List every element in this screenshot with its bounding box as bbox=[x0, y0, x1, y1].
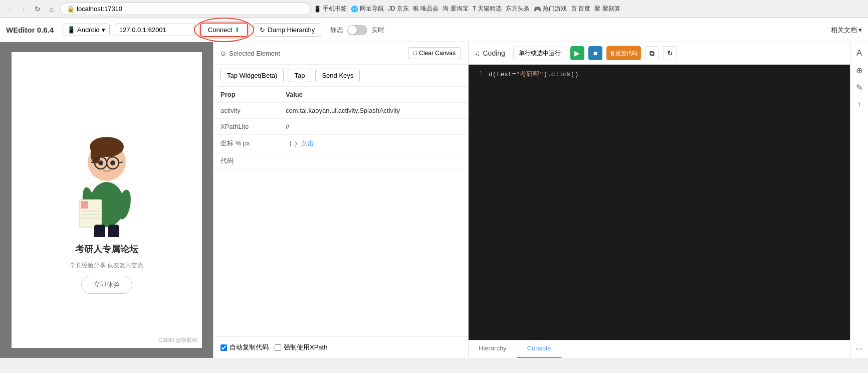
auto-copy-checkbox-item[interactable]: 自动复制代码 bbox=[221, 343, 269, 352]
connect-label: Connect bbox=[208, 26, 232, 34]
device-selector[interactable]: 📱 Android ▾ bbox=[63, 24, 110, 36]
back-button[interactable]: ‹ bbox=[4, 4, 15, 15]
selected-element-text: Selected Element bbox=[229, 50, 280, 57]
clear-icon: □ bbox=[413, 50, 417, 57]
table-row: 代码 bbox=[213, 152, 468, 170]
browser-nav-bar: ‹ › ↻ ⌂ 🔒 localhost:17310 📱 手机书签 🌐 网址导航 … bbox=[0, 0, 868, 18]
bookmark-shouji[interactable]: 📱 手机书签 bbox=[314, 5, 347, 13]
mode-toggle[interactable] bbox=[347, 25, 367, 35]
code-line-1: 1 d(text="考研帮").click() bbox=[469, 69, 850, 80]
send-keys-button[interactable]: Send Keys bbox=[315, 69, 360, 82]
doc-label: 相关文档 bbox=[831, 26, 857, 35]
dump-icon: ↻ bbox=[260, 26, 265, 34]
dump-hierarchy-button[interactable]: ↻ Dump Hierarchy bbox=[253, 23, 321, 37]
play-button[interactable]: ▶ bbox=[570, 46, 584, 60]
activity-prop-label: activity bbox=[213, 103, 279, 119]
table-row: activity com.tal.kaoyan.ui.activity.Spla… bbox=[213, 103, 468, 119]
click-link[interactable]: 点击 bbox=[301, 139, 314, 147]
inspector-panel: ⊙ Selected Element □ Clear Canvas Tap Wi… bbox=[213, 42, 469, 358]
clear-canvas-button[interactable]: □ Clear Canvas bbox=[408, 47, 461, 59]
svg-point-10 bbox=[110, 160, 115, 165]
line-number-1: 1 bbox=[469, 70, 489, 79]
action-buttons: Tap Widget(Beta) Tap Send Keys bbox=[213, 65, 468, 87]
stop-button[interactable]: ■ bbox=[588, 46, 602, 60]
bookmark-taobao[interactable]: 淘 爱淘宝 bbox=[443, 5, 468, 13]
activity-prop-value: com.tal.kaoyan.ui.activity.SplashActivit… bbox=[279, 103, 468, 119]
sidebar-icon-more[interactable]: … bbox=[852, 340, 866, 354]
tap-button[interactable]: Tap bbox=[288, 69, 311, 82]
connect-icon: ⬇ bbox=[235, 26, 240, 34]
url-text: localhost:17310 bbox=[77, 5, 122, 13]
auto-copy-checkbox[interactable] bbox=[221, 344, 227, 351]
toggle-static-label: 静态 bbox=[330, 26, 343, 35]
bookmark-tianmao[interactable]: T 天猫精选 bbox=[473, 5, 502, 13]
sidebar-icon-plus[interactable]: ⊕ bbox=[852, 63, 866, 77]
sidebar-icon-upload[interactable]: ↑ bbox=[852, 97, 866, 111]
target-icon: ⊙ bbox=[221, 50, 226, 57]
app-logo: WEditor 0.6.4 bbox=[6, 26, 54, 34]
url-bar[interactable]: 🔒 localhost:17310 bbox=[60, 3, 311, 15]
bookmark-jd[interactable]: JD 京东 bbox=[388, 5, 409, 13]
bottom-tabs: Hierarchy Console bbox=[469, 340, 850, 358]
reset-code-button[interactable]: 🗑 重置代码 bbox=[606, 46, 641, 60]
doc-link[interactable]: 相关文档 ▾ bbox=[831, 26, 862, 35]
line-content-1: d(text="考研帮").click() bbox=[489, 70, 578, 79]
prop-column-header: Prop bbox=[213, 87, 279, 103]
bookmark-dongfang[interactable]: 东方头条 bbox=[506, 5, 530, 13]
join-button[interactable]: 立即体验 bbox=[81, 276, 132, 294]
tab-console[interactable]: Console bbox=[517, 340, 562, 358]
coding-header: ♫ Coding 单行或选中运行 ▶ ■ 🗑 重置代码 ⧉ ↻ bbox=[469, 42, 850, 65]
bookmark-games[interactable]: 🎮 热门游戏 bbox=[534, 5, 567, 13]
coding-title-text: Coding bbox=[483, 49, 505, 57]
bookmark-wangzhi[interactable]: 🌐 网址导航 bbox=[351, 5, 384, 13]
tab-hierarchy[interactable]: Hierarchy bbox=[469, 340, 517, 358]
value-column-header: Value bbox=[279, 87, 468, 103]
sidebar-icon-a[interactable]: A bbox=[852, 46, 866, 60]
bookmark-baidu[interactable]: 百 百度 bbox=[571, 5, 590, 13]
copy-code-button[interactable]: ⧉ bbox=[645, 46, 659, 60]
doc-arrow-icon: ▾ bbox=[858, 26, 862, 34]
force-xpath-label: 强制使用XPath bbox=[284, 343, 327, 352]
toggle-group: 静态 实时 bbox=[330, 25, 384, 35]
coords-prop-value: （.）点击 bbox=[279, 135, 468, 152]
svg-rect-13 bbox=[81, 201, 88, 209]
toggle-realtime-label: 实时 bbox=[371, 26, 384, 35]
lock-icon: 🔒 bbox=[67, 5, 75, 13]
refresh-button[interactable]: ↻ bbox=[32, 4, 43, 15]
svg-rect-18 bbox=[94, 225, 105, 237]
stop-icon: ■ bbox=[593, 49, 597, 57]
forum-title: 考研人专属论坛 bbox=[75, 243, 138, 255]
run-single-button[interactable]: 单行或选中运行 bbox=[513, 47, 566, 60]
forward-button[interactable]: › bbox=[18, 4, 29, 15]
sidebar-icon-edit[interactable]: ✎ bbox=[852, 80, 866, 94]
force-xpath-checkbox[interactable] bbox=[275, 344, 281, 351]
auto-copy-label: 自动复制代码 bbox=[230, 343, 269, 352]
device-label: Android bbox=[77, 26, 100, 34]
force-xpath-checkbox-item[interactable]: 强制使用XPath bbox=[275, 343, 327, 352]
code-editor[interactable]: 1 d(text="考研帮").click() bbox=[469, 65, 850, 340]
inspector-spacer bbox=[213, 170, 468, 336]
selected-element-label: ⊙ Selected Element bbox=[221, 50, 280, 57]
device-screen[interactable]: 考研人专属论坛 学长经验分享 伙友复习交流 立即体验 CSDN @张航柯 bbox=[12, 52, 202, 348]
bookmark-vip[interactable]: 唯 唯品会 bbox=[413, 5, 439, 13]
home-button[interactable]: ⌂ bbox=[46, 4, 57, 15]
clear-canvas-label: Clear Canvas bbox=[419, 50, 456, 57]
forum-subtitle: 学长经验分享 伙友复习交流 bbox=[70, 261, 143, 270]
refresh-icon: ↻ bbox=[667, 49, 673, 57]
ip-input[interactable] bbox=[115, 24, 195, 36]
connect-button[interactable]: Connect ⬇ bbox=[200, 23, 248, 37]
screen-content: 考研人专属论坛 学长经验分享 伙友复习交流 立即体验 bbox=[12, 52, 202, 348]
table-row: XPathLite // bbox=[213, 119, 468, 135]
svg-point-9 bbox=[98, 160, 103, 165]
xpath-prop-label: XPathLite bbox=[213, 119, 279, 135]
reset-icon: 🗑 bbox=[610, 50, 615, 56]
bookmark-jusuanpan[interactable]: 聚 聚刻算 bbox=[594, 5, 620, 13]
xpath-prop-value: // bbox=[279, 119, 468, 135]
bookmarks-area: 📱 手机书签 🌐 网址导航 JD 京东 唯 唯品会 淘 爱淘宝 T 天猫精选 东… bbox=[314, 5, 620, 13]
chevron-down-icon: ▾ bbox=[102, 26, 105, 34]
refresh-button[interactable]: ↻ bbox=[663, 46, 677, 60]
tap-widget-button[interactable]: Tap Widget(Beta) bbox=[221, 69, 284, 82]
checkbox-row: 自动复制代码 强制使用XPath bbox=[213, 336, 468, 358]
music-icon: ♫ bbox=[475, 49, 480, 57]
play-icon: ▶ bbox=[574, 49, 580, 57]
